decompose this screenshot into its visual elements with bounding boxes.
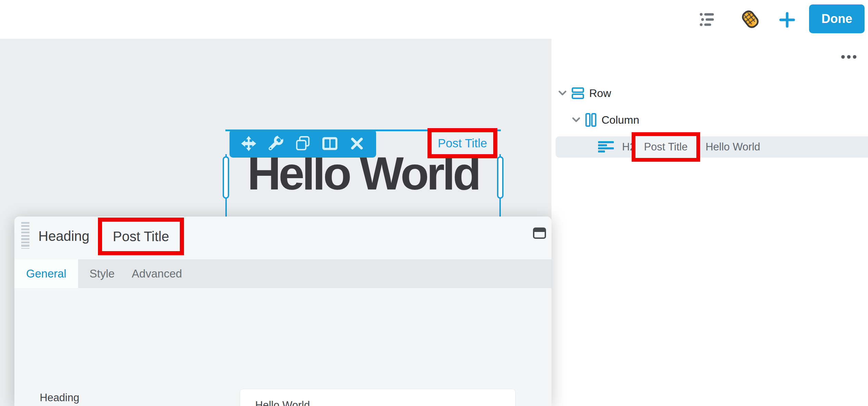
beaver-builder-editor: Done xyxy=(0,0,868,406)
outline-panel-button[interactable] xyxy=(699,10,718,29)
module-settings-button[interactable] xyxy=(267,135,285,152)
columns-layout-button[interactable] xyxy=(321,135,339,152)
wrench-icon xyxy=(268,136,284,151)
column-resize-handle-right[interactable] xyxy=(497,156,504,199)
outline-icon xyxy=(699,11,717,28)
heading-field-label: Heading xyxy=(40,392,79,404)
module-toolbar xyxy=(230,130,376,158)
done-button[interactable]: Done xyxy=(809,4,865,33)
outline-module-name: Post Title xyxy=(644,141,688,153)
duplicate-icon xyxy=(295,136,310,151)
plus-icon xyxy=(779,12,795,28)
outline-item-row[interactable]: Row xyxy=(558,84,611,102)
annotation-box-module-badge: Post Title xyxy=(427,128,497,158)
tab-style[interactable]: Style xyxy=(78,259,126,288)
outline-item-heading-module[interactable]: H2 Post Title Hello World xyxy=(556,136,868,158)
move-icon xyxy=(241,136,257,151)
add-content-button[interactable] xyxy=(778,11,797,29)
module-name-badge: Post Title xyxy=(438,136,487,150)
annotation-box-outline-module-name: Post Title xyxy=(632,132,700,162)
column-icon xyxy=(585,112,597,127)
ellipsis-icon xyxy=(841,54,857,59)
module-settings-panel: Heading Post Title General Style Advance… xyxy=(14,217,551,406)
outline-module-text: Hello World xyxy=(706,141,760,153)
row-icon xyxy=(571,86,584,101)
window-icon xyxy=(533,227,546,239)
outline-column-label: Column xyxy=(602,114,639,126)
settings-panel-header: Heading Post Title xyxy=(14,217,551,259)
settings-panel-title: Heading xyxy=(38,229,89,244)
top-toolbar: Done xyxy=(0,0,868,39)
move-module-button[interactable] xyxy=(240,135,258,152)
chevron-down-icon[interactable] xyxy=(572,117,580,123)
outline-row-label: Row xyxy=(589,87,611,100)
heading-module-icon xyxy=(598,141,615,153)
dock-panel-button[interactable] xyxy=(532,226,547,240)
outline-item-column[interactable]: Column xyxy=(572,111,639,129)
builder-menu-button[interactable] xyxy=(739,8,762,32)
tab-advanced[interactable]: Advanced xyxy=(126,259,188,288)
columns-icon xyxy=(322,137,337,150)
beaver-builder-logo-icon xyxy=(739,8,762,31)
panel-drag-handle[interactable] xyxy=(21,222,29,249)
delete-module-button[interactable] xyxy=(348,135,366,152)
heading-text-input[interactable] xyxy=(240,389,516,406)
chevron-down-icon[interactable] xyxy=(558,90,567,96)
duplicate-module-button[interactable] xyxy=(294,135,312,152)
outline-panel: Row Column H2 xyxy=(551,39,868,406)
settings-tabs: General Style Advanced xyxy=(14,259,551,288)
tab-general[interactable]: General xyxy=(14,259,78,288)
close-icon xyxy=(351,137,363,150)
outline-panel-menu-button[interactable] xyxy=(839,52,858,62)
settings-panel-body: Heading HTML Tag h2 xyxy=(14,288,551,406)
column-resize-handle-left[interactable] xyxy=(223,156,229,199)
annotation-box-settings-badge: Post Title xyxy=(98,218,184,255)
settings-module-badge: Post Title xyxy=(113,229,169,244)
